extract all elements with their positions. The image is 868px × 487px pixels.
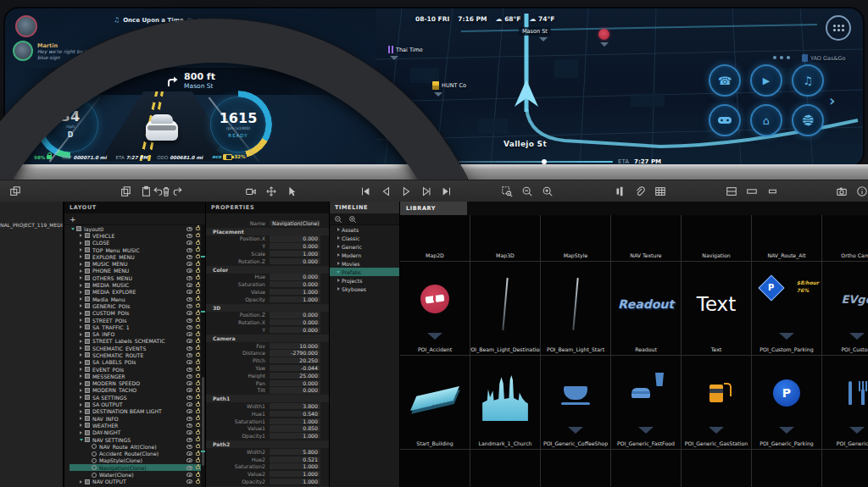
lock-icon[interactable] xyxy=(196,297,200,301)
lock-icon[interactable] xyxy=(196,248,200,252)
lock-icon[interactable] xyxy=(196,473,200,477)
asset-cell[interactable]: POI_Beam_Light_Start xyxy=(541,262,610,355)
redo-icon[interactable] xyxy=(171,185,184,197)
undo-icon[interactable] xyxy=(151,185,164,197)
lock-icon[interactable] xyxy=(196,276,200,279)
lock-icon[interactable] xyxy=(196,417,200,420)
property-value[interactable]: 0.000 xyxy=(270,258,320,264)
visibility-eye-icon[interactable] xyxy=(186,297,192,302)
layout-tree-item[interactable]: WEATHER xyxy=(70,422,205,429)
layout-tree-item[interactable]: NAV OUTPUT xyxy=(70,479,205,485)
expander-icon[interactable] xyxy=(78,368,84,371)
lock-icon[interactable] xyxy=(196,284,200,287)
layout-tree-item[interactable]: MODERN_SPEEDO xyxy=(70,380,205,387)
new-layout-icon[interactable] xyxy=(8,185,21,197)
expander-icon[interactable] xyxy=(78,333,84,336)
visibility-eye-icon[interactable] xyxy=(186,445,192,449)
folder-expander-icon[interactable] xyxy=(335,236,342,240)
expander-icon[interactable] xyxy=(78,361,84,364)
pane-wide-icon[interactable] xyxy=(745,185,758,197)
asset-folder[interactable]: Movies xyxy=(330,259,399,268)
property-value[interactable]: Navigation(Clone) xyxy=(270,220,320,226)
asset-cell[interactable]: NAV_Route_Alt xyxy=(752,215,821,261)
home-app-button[interactable]: ⌂ xyxy=(750,104,782,136)
folder-expander-icon[interactable] xyxy=(335,228,342,231)
layout-tree-item[interactable]: DAY-NIGHT xyxy=(70,429,205,436)
expander-icon[interactable] xyxy=(78,396,84,399)
property-value[interactable]: 0.000 xyxy=(270,312,320,318)
media-play-button[interactable]: ▶ xyxy=(750,64,782,97)
visibility-eye-icon[interactable] xyxy=(186,304,192,308)
layout-tree-item[interactable]: CLOSE xyxy=(70,240,205,246)
info-icon[interactable] xyxy=(855,185,868,197)
expander-icon[interactable] xyxy=(78,304,84,307)
asset-cell[interactable]: Navigation xyxy=(682,215,751,261)
asset-folder[interactable]: Generic xyxy=(330,242,399,251)
layout-tree-item[interactable]: SA_LABELS_POIs xyxy=(70,359,205,366)
property-value[interactable]: -2790.000 xyxy=(270,350,320,356)
visibility-eye-icon[interactable] xyxy=(186,473,192,477)
expander-icon[interactable] xyxy=(78,403,84,407)
property-value[interactable]: 0.000 xyxy=(270,387,320,393)
visibility-eye-icon[interactable] xyxy=(186,360,192,364)
visibility-eye-icon[interactable] xyxy=(186,451,192,456)
lock-icon[interactable] xyxy=(196,374,200,378)
property-value[interactable]: 10.000 xyxy=(270,343,320,349)
lock-icon[interactable] xyxy=(196,340,200,343)
property-value[interactable]: 5.800 xyxy=(270,449,320,455)
layout-tree-item[interactable]: GENERIC_POIs xyxy=(70,302,205,309)
visibility-eye-icon[interactable] xyxy=(186,368,192,372)
layout-tree-item[interactable]: DESTINATION BEAM LIGHT xyxy=(70,408,205,415)
asset-cell[interactable]: EVgo POI_Custom xyxy=(822,262,868,355)
lock-icon[interactable] xyxy=(196,241,200,245)
layout-tree-item[interactable]: Navigation(Clone) xyxy=(70,464,205,471)
expander-icon[interactable] xyxy=(78,297,84,301)
asset-folder[interactable]: Classic xyxy=(330,234,399,242)
property-value[interactable]: 25.000 xyxy=(270,373,320,379)
property-value[interactable]: 1.000 xyxy=(270,463,320,469)
asset-cell[interactable]: Landmark_1_Church xyxy=(470,356,540,449)
folder-expander-icon[interactable] xyxy=(335,262,342,265)
property-value[interactable]: 1.000 xyxy=(270,296,320,302)
expander-icon[interactable] xyxy=(78,325,84,329)
lock-icon[interactable] xyxy=(196,227,200,230)
pane-split-icon[interactable] xyxy=(725,185,737,197)
folder-expander-icon[interactable] xyxy=(335,271,342,274)
lock-icon[interactable] xyxy=(196,452,200,456)
layout-tree-item[interactable]: MEDIA_MUSIC xyxy=(70,281,205,288)
layout-tree-item[interactable]: SA SETTINGS xyxy=(70,394,205,401)
property-value[interactable]: 0.000 xyxy=(270,281,320,287)
folder-expander-icon[interactable] xyxy=(335,287,342,291)
visibility-eye-icon[interactable] xyxy=(186,479,192,484)
asset-cell[interactable]: Text Text xyxy=(682,262,751,355)
asset-cell[interactable]: Readout Readout xyxy=(611,262,681,355)
property-value[interactable]: 3.800 xyxy=(270,403,320,409)
asset-cell[interactable]: POI_Generic_GasStation xyxy=(682,356,751,449)
phone-app-button[interactable]: ☎ xyxy=(709,64,741,97)
layout-tree-item[interactable]: MESSENGER xyxy=(70,373,205,379)
asset-folder[interactable]: Assets xyxy=(330,225,399,234)
distribute-icon[interactable] xyxy=(613,185,626,197)
property-value[interactable]: 1.000 xyxy=(270,418,320,424)
expander-icon[interactable] xyxy=(78,291,84,294)
asset-cell[interactable]: P $8/hour 76% POI_Custom_Parking xyxy=(752,262,821,355)
property-value[interactable]: 0.000 xyxy=(270,319,320,325)
expander-icon[interactable] xyxy=(78,318,84,322)
asset-cell[interactable]: POI_Generic_Re xyxy=(822,356,868,449)
attach-icon[interactable] xyxy=(633,185,646,197)
lock-icon[interactable] xyxy=(196,368,200,371)
layout-tree-item[interactable]: MUSIC_MENU xyxy=(70,260,205,267)
property-value[interactable]: 0.850 xyxy=(270,425,320,431)
asset-cell[interactable] xyxy=(752,450,821,487)
copy-icon[interactable] xyxy=(119,185,131,197)
asset-cell[interactable]: P POI_Generic_Parking xyxy=(752,356,821,449)
expander-icon[interactable] xyxy=(78,340,84,343)
property-value[interactable]: 1.000 xyxy=(270,471,320,477)
property-value[interactable]: 0.000 xyxy=(270,380,320,386)
asset-cell[interactable] xyxy=(611,450,681,487)
lock-icon[interactable] xyxy=(196,325,200,329)
layout-tree-item[interactable]: PHONE_MENU xyxy=(70,268,205,274)
visibility-eye-icon[interactable] xyxy=(186,430,192,434)
layout-tree-item[interactable]: layout0 xyxy=(70,225,205,232)
launcher-next-chevron[interactable]: › xyxy=(829,91,835,109)
